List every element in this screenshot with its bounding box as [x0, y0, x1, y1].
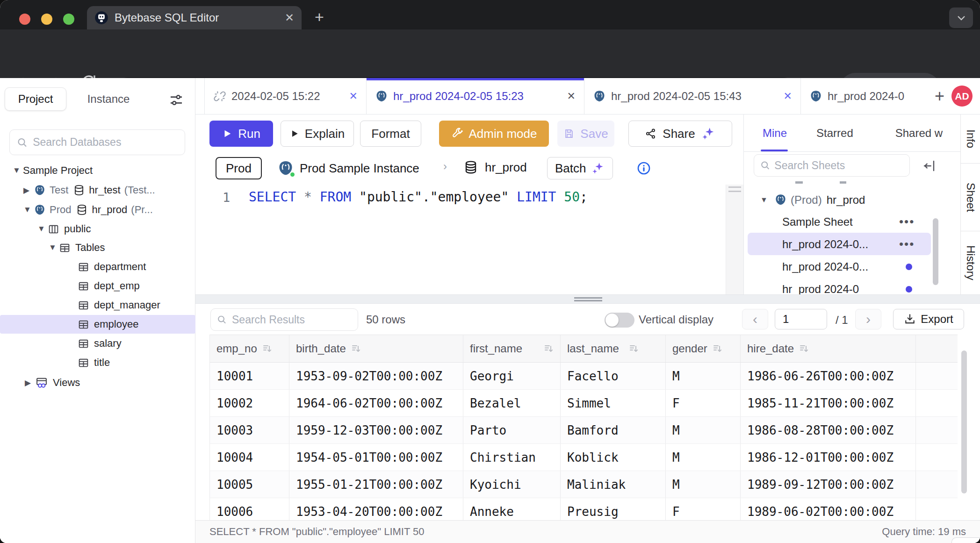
editor-scrollbar[interactable]: [726, 185, 743, 294]
instance-breadcrumb[interactable]: Prod Sample Instance: [277, 160, 419, 177]
sort-icon[interactable]: [628, 343, 640, 354]
strip-tab-history[interactable]: History: [961, 231, 980, 294]
cell-emp-no[interactable]: 10001: [210, 363, 289, 389]
explain-button[interactable]: Explain: [281, 121, 354, 147]
column-header[interactable]: hire_date: [741, 335, 916, 362]
cell-gender[interactable]: F: [666, 390, 741, 416]
tree-item-table-dept-manager[interactable]: dept_manager: [0, 296, 195, 314]
format-button[interactable]: Format: [360, 121, 421, 147]
caret-right-icon[interactable]: ▶: [23, 186, 34, 195]
window-minimize-button[interactable]: [41, 14, 52, 25]
column-header[interactable]: gender: [666, 335, 741, 362]
sort-icon[interactable]: [799, 343, 810, 354]
column-header[interactable]: first_name: [463, 335, 561, 362]
tab-close-icon[interactable]: ✕: [285, 11, 294, 24]
tree-item-views-group[interactable]: ▶ Views: [0, 373, 195, 392]
cell-emp-no[interactable]: 10004: [210, 444, 289, 471]
tree-item-table-dept-emp[interactable]: dept_emp: [0, 277, 195, 295]
tree-item-table-department[interactable]: department: [0, 257, 195, 276]
browser-tab[interactable]: Bytebase SQL Editor ✕: [87, 6, 302, 29]
window-close-button[interactable]: [19, 14, 30, 25]
page-number-input[interactable]: [775, 309, 827, 329]
caret-right-icon[interactable]: ▶: [25, 378, 35, 388]
tree-item-test-db[interactable]: ▶ Test hr_test (Test...: [0, 181, 195, 200]
caret-down-icon[interactable]: ▼: [13, 166, 23, 175]
cell-hire-date[interactable]: 1986-08-28T00:00:00Z: [741, 417, 916, 443]
sheet-item-3[interactable]: hr_prod 2024-0...: [744, 256, 940, 277]
close-tab-icon[interactable]: ✕: [567, 90, 576, 102]
cell-gender[interactable]: M: [666, 417, 741, 443]
cell-last-name[interactable]: Maliniak: [561, 471, 666, 498]
sheet-item-menu-icon[interactable]: •••: [899, 214, 915, 229]
batch-button[interactable]: Batch: [547, 157, 613, 179]
results-search-input[interactable]: [232, 314, 352, 326]
table-row[interactable]: 10001 1953-09-02T00:00:00Z Georgi Facell…: [209, 363, 958, 390]
sheet-item-4-partial[interactable]: hr_prod 2024-0: [744, 279, 940, 294]
tree-item-table-employee[interactable]: employee: [0, 315, 195, 334]
cell-emp-no[interactable]: 10003: [210, 417, 289, 443]
strip-tab-sheet[interactable]: Sheet: [961, 164, 980, 231]
pane-resize-divider[interactable]: [195, 294, 980, 304]
tree-item-tables-group[interactable]: ▼ Tables: [0, 238, 195, 257]
sheet-item-menu-icon[interactable]: •••: [899, 237, 915, 251]
sheet-search[interactable]: [754, 154, 910, 177]
prev-page-button[interactable]: ‹: [742, 309, 768, 329]
database-search-input[interactable]: [33, 136, 178, 149]
sidebar-tab-instance[interactable]: Instance: [76, 87, 141, 111]
cell-birth-date[interactable]: 1954-05-01T00:00:00Z: [289, 444, 463, 471]
window-zoom-button[interactable]: [63, 14, 74, 25]
close-tab-icon[interactable]: ✕: [349, 90, 358, 102]
tree-item-table-salary[interactable]: salary: [0, 334, 195, 353]
cell-first-name[interactable]: Bezalel: [463, 390, 561, 416]
cell-first-name[interactable]: Parto: [463, 417, 561, 443]
sheet-item-active[interactable]: hr_prod 2024-0... •••: [744, 234, 940, 255]
user-avatar[interactable]: AD: [951, 86, 973, 107]
share-button[interactable]: Share: [628, 121, 732, 147]
cell-birth-date[interactable]: 1953-09-02T00:00:00Z: [289, 363, 463, 389]
database-search[interactable]: [9, 129, 185, 155]
admin-mode-button[interactable]: Admin mode: [439, 121, 549, 147]
cell-first-name[interactable]: Kyoichi: [463, 471, 561, 498]
cell-last-name[interactable]: Facello: [561, 363, 666, 389]
add-sheet-button[interactable]: +: [935, 88, 944, 105]
cell-hire-date[interactable]: 1986-12-01T00:00:00Z: [741, 444, 916, 471]
sort-icon[interactable]: [351, 343, 362, 354]
sort-icon[interactable]: [712, 343, 723, 354]
results-search[interactable]: [210, 308, 358, 331]
sidebar-tab-project[interactable]: Project: [5, 87, 66, 111]
filter-settings-icon[interactable]: [168, 92, 184, 108]
cell-gender[interactable]: M: [666, 363, 741, 389]
collapse-panel-icon[interactable]: [922, 159, 936, 173]
table-row[interactable]: 10003 1959-12-03T00:00:00Z Parto Bamford…: [209, 417, 958, 444]
caret-down-icon[interactable]: ▼: [760, 196, 774, 204]
tree-item-table-title[interactable]: title: [0, 353, 195, 372]
run-button[interactable]: Run: [209, 121, 273, 147]
table-row[interactable]: 10004 1954-05-01T00:00:00Z Chirstian Kob…: [209, 444, 958, 471]
connection-info-icon[interactable]: [636, 161, 651, 176]
cell-hire-date[interactable]: 1985-11-21T00:00:00Z: [741, 390, 916, 416]
sheet-item-sample[interactable]: Sample Sheet •••: [744, 211, 940, 232]
environment-chip[interactable]: Prod: [216, 157, 262, 179]
caret-down-icon[interactable]: ▼: [49, 243, 59, 252]
table-row[interactable]: 10002 1964-06-02T00:00:00Z Bezalel Simme…: [209, 390, 958, 417]
save-button[interactable]: Save: [557, 121, 614, 147]
table-row[interactable]: 10005 1955-01-21T00:00:00Z Kyoichi Malin…: [209, 471, 958, 498]
sheet-search-input[interactable]: [774, 159, 904, 172]
cell-first-name[interactable]: Georgi: [463, 363, 561, 389]
cell-gender[interactable]: M: [666, 444, 741, 471]
sheet-tab-1[interactable]: 2024-02-05 15:22 ✕: [204, 78, 367, 114]
tree-item-project[interactable]: ▼ Sample Project: [0, 161, 195, 180]
sheet-tab-2-active[interactable]: hr_prod 2024-02-05 15:23 ✕: [367, 78, 584, 114]
cell-emp-no[interactable]: 10002: [210, 390, 289, 416]
caret-down-icon[interactable]: ▼: [37, 224, 48, 234]
tab-starred[interactable]: Starred: [816, 127, 853, 140]
cell-birth-date[interactable]: 1964-06-02T00:00:00Z: [289, 390, 463, 416]
sheet-group-hr-prod[interactable]: ▼ (Prod) hr_prod: [744, 189, 940, 210]
cell-hire-date[interactable]: 1989-09-12T00:00:00Z: [741, 471, 916, 498]
cell-last-name[interactable]: Koblick: [561, 444, 666, 471]
close-tab-icon[interactable]: ✕: [784, 90, 792, 102]
tree-item-schema-public[interactable]: ▼ public: [0, 220, 195, 238]
column-header[interactable]: last_name: [561, 335, 666, 362]
database-breadcrumb[interactable]: hr_prod: [463, 160, 527, 175]
sheet-tab-3[interactable]: hr_prod 2024-02-05 15:43 ✕: [584, 78, 801, 114]
